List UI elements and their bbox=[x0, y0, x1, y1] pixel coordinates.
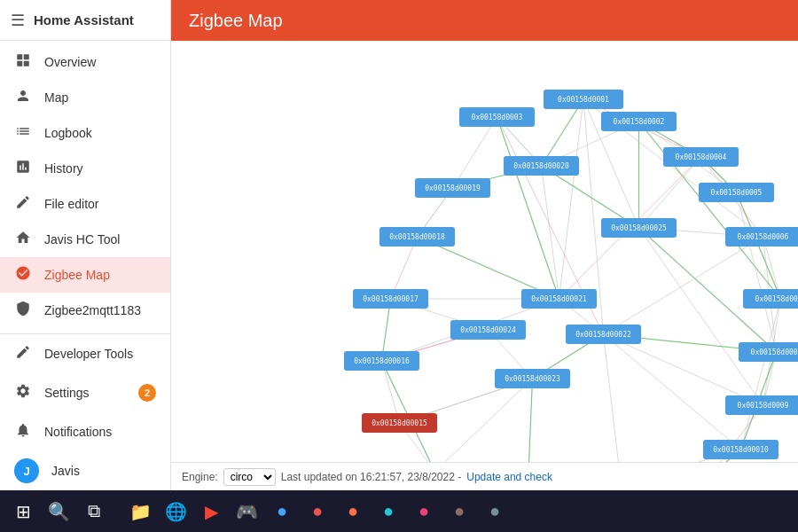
main-content: Zigbee Map 0x00158d00010x00158d00020x001… bbox=[171, 0, 798, 490]
svg-line-64 bbox=[604, 237, 763, 334]
app-title: Home Assistant bbox=[34, 12, 134, 27]
node-7[interactable]: 0x00158d0007 bbox=[743, 289, 798, 309]
node-16[interactable]: 0x00158d00016 bbox=[344, 351, 419, 371]
sidebar-label-settings: Settings bbox=[44, 386, 126, 400]
file-editor-icon bbox=[14, 194, 32, 214]
map-icon bbox=[14, 88, 32, 107]
node-20[interactable]: 0x00158d00020 bbox=[504, 156, 579, 176]
app1-icon[interactable]: ● bbox=[266, 496, 298, 528]
svg-line-26 bbox=[542, 166, 559, 299]
sidebar-label-notifications: Notifications bbox=[44, 425, 156, 439]
svg-text:0x00158d0006: 0x00158d0006 bbox=[738, 233, 789, 241]
svg-line-57 bbox=[737, 192, 777, 352]
node-9[interactable]: 0x00158d0009 bbox=[725, 395, 798, 415]
node-23[interactable]: 0x00158d00023 bbox=[495, 369, 570, 388]
svg-text:0x00158d00023: 0x00158d00023 bbox=[505, 375, 560, 383]
javis-hc-tool-icon bbox=[14, 230, 32, 249]
overview-icon bbox=[14, 52, 32, 72]
svg-line-56 bbox=[639, 157, 701, 228]
svg-text:0x00158d00017: 0x00158d00017 bbox=[363, 295, 419, 303]
app2-icon[interactable]: ● bbox=[301, 496, 333, 528]
svg-text:0x00158d0001: 0x00158d0001 bbox=[558, 96, 609, 104]
app-container: ☰ Home Assistant Overview Map Logbook Hi… bbox=[0, 0, 798, 490]
media-icon[interactable]: ▶ bbox=[195, 496, 227, 528]
sidebar-item-settings[interactable]: Settings 2 bbox=[0, 373, 170, 412]
node-3[interactable]: 0x00158d0003 bbox=[459, 107, 535, 127]
notifications-icon bbox=[14, 422, 32, 442]
search-taskbar-icon[interactable]: 🔍 bbox=[43, 496, 74, 528]
app5-icon[interactable]: ● bbox=[408, 496, 440, 528]
sidebar-footer: Developer Tools Settings 2 Notifications… bbox=[0, 333, 170, 490]
sidebar-item-zigbee-map[interactable]: Zigbee Map bbox=[0, 257, 170, 293]
svg-line-58 bbox=[382, 361, 435, 462]
gaming-icon[interactable]: 🎮 bbox=[231, 496, 262, 528]
sidebar-item-developer-tools[interactable]: Developer Tools bbox=[0, 334, 170, 373]
update-check-link[interactable]: Update and check bbox=[466, 471, 552, 483]
node-15[interactable]: 0x00158d00015 bbox=[362, 413, 437, 433]
svg-text:0x00158d0009: 0x00158d0009 bbox=[738, 402, 789, 410]
app6-icon[interactable]: ● bbox=[443, 496, 475, 528]
page-header: Zigbee Map bbox=[171, 0, 798, 41]
sidebar-item-notifications[interactable]: Notifications bbox=[0, 412, 170, 451]
sidebar-item-zigbee2mqtt[interactable]: Zigbee2mqtt1183 bbox=[0, 293, 170, 328]
node-25[interactable]: 0x00158d00025 bbox=[601, 218, 677, 238]
svg-text:0x00158d0004: 0x00158d0004 bbox=[676, 153, 727, 161]
sidebar-item-logbook[interactable]: Logbook bbox=[0, 115, 170, 151]
node-2[interactable]: 0x00158d0002 bbox=[601, 112, 677, 131]
sidebar-label-overview: Overview bbox=[44, 55, 156, 69]
app4-icon[interactable]: ● bbox=[372, 496, 404, 528]
sidebar-label-zigbee2mqtt: Zigbee2mqtt1183 bbox=[44, 303, 156, 317]
node-17[interactable]: 0x00158d00017 bbox=[353, 289, 428, 309]
windows-start-icon[interactable]: ⊞ bbox=[7, 496, 39, 528]
svg-text:0x00158d00016: 0x00158d00016 bbox=[354, 357, 410, 365]
svg-text:0x00158d00021: 0x00158d00021 bbox=[531, 295, 587, 303]
zigbee-map: 0x00158d00010x00158d00020x00158d00030x00… bbox=[171, 41, 798, 490]
svg-text:0x00158d00015: 0x00158d00015 bbox=[372, 419, 427, 427]
svg-text:0x00158d00025: 0x00158d00025 bbox=[611, 224, 667, 232]
menu-icon[interactable]: ☰ bbox=[11, 11, 25, 30]
svg-text:0x00158d00010: 0x00158d00010 bbox=[713, 446, 769, 454]
sidebar-item-overview[interactable]: Overview bbox=[0, 44, 170, 80]
node-18[interactable]: 0x00158d00018 bbox=[379, 227, 455, 246]
node-10[interactable]: 0x00158d00010 bbox=[703, 440, 778, 459]
last-updated-text: Last updated on 16:21:57, 23/8/2022 - bbox=[281, 471, 462, 483]
node-4[interactable]: 0x00158d0004 bbox=[663, 147, 739, 167]
folder-icon[interactable]: 📁 bbox=[124, 496, 156, 528]
taskbar: ⊞ 🔍 ⧉ 📁 🌐 ▶ 🎮 ● ● ● ● ● ● ● bbox=[0, 490, 798, 532]
logbook-icon bbox=[14, 123, 32, 143]
badge-settings: 2 bbox=[138, 384, 156, 402]
app3-icon[interactable]: ● bbox=[337, 496, 369, 528]
node-1[interactable]: 0x00158d0001 bbox=[544, 90, 623, 109]
sidebar-item-map[interactable]: Map bbox=[0, 80, 170, 115]
sidebar-item-javis-user[interactable]: J Javis bbox=[0, 451, 170, 490]
node-21[interactable]: 0x00158d00021 bbox=[521, 289, 597, 309]
node-5[interactable]: 0x00158d0005 bbox=[699, 183, 774, 202]
node-19[interactable]: 0x00158d00019 bbox=[415, 178, 490, 198]
map-svg: 0x00158d00010x00158d00020x00158d00030x00… bbox=[171, 41, 798, 462]
node-24[interactable]: 0x00158d00024 bbox=[450, 320, 526, 340]
sidebar-item-history[interactable]: History bbox=[0, 151, 170, 186]
engine-select[interactable]: circo dot fdp neato bbox=[223, 468, 276, 486]
node-8[interactable]: 0x00158d0008 bbox=[739, 342, 798, 362]
map-footer: Engine: circo dot fdp neato Last updated… bbox=[171, 462, 798, 490]
node-6[interactable]: 0x00158d0006 bbox=[725, 227, 798, 246]
sidebar-label-map: Map bbox=[44, 90, 156, 105]
svg-text:0x00158d0005: 0x00158d0005 bbox=[711, 189, 763, 197]
svg-line-35 bbox=[435, 379, 533, 462]
app7-icon[interactable]: ● bbox=[479, 496, 511, 528]
sidebar-item-media[interactable]: Media bbox=[0, 328, 170, 333]
node-22[interactable]: 0x00158d00022 bbox=[566, 325, 641, 344]
history-icon bbox=[14, 159, 32, 178]
sidebar-item-file-editor[interactable]: File editor bbox=[0, 186, 170, 222]
taskview-icon[interactable]: ⧉ bbox=[78, 496, 110, 528]
sidebar-item-javis-hc-tool[interactable]: Javis HC Tool bbox=[0, 222, 170, 257]
sidebar-label-javis-user: Javis bbox=[51, 464, 156, 478]
developer-tools-icon bbox=[14, 344, 32, 364]
sidebar: ☰ Home Assistant Overview Map Logbook Hi… bbox=[0, 0, 171, 490]
chrome-icon[interactable]: 🌐 bbox=[160, 496, 192, 528]
svg-line-44 bbox=[741, 299, 781, 450]
svg-text:0x00158d00019: 0x00158d00019 bbox=[425, 184, 481, 192]
svg-line-5 bbox=[453, 117, 497, 188]
svg-text:0x00158d0008: 0x00158d0008 bbox=[751, 348, 798, 356]
svg-text:0x00158d0002: 0x00158d0002 bbox=[614, 118, 665, 126]
